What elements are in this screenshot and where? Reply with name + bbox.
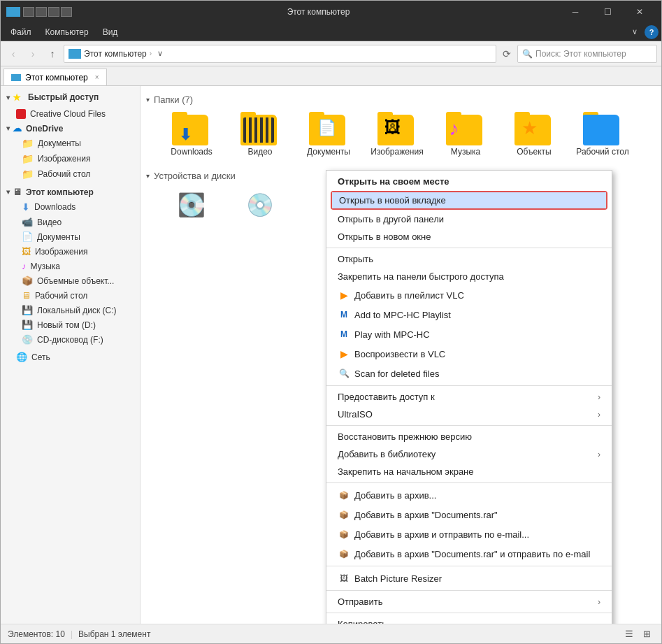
od-desktop-label: Рабочий стол <box>38 169 90 179</box>
ctx-restore-version-label: Восстановить прежнюю версию <box>338 431 600 442</box>
address-chevron[interactable]: ∨ <box>157 49 163 58</box>
sidebar-item-od-images[interactable]: 📁 Изображения <box>1 151 140 166</box>
maximize-button[interactable]: ☐ <box>591 1 624 23</box>
ctx-add-archive-email[interactable]: 📦 Добавить в архив и отправить по e-mail… <box>326 524 612 544</box>
ctx-vlc-playlist[interactable]: ▶ Добавить в плейлист VLC <box>326 285 612 305</box>
sidebar-header-onedrive[interactable]: ▾ ☁ OneDrive <box>1 121 140 136</box>
ctx-play-vlc[interactable]: ▶ Воспроизвести в VLC <box>326 344 612 364</box>
sidebar-item-drive-f[interactable]: 💿 CD-дисковод (F:) <box>1 332 140 347</box>
ctx-add-archive-docs-email[interactable]: 📦 Добавить в архив "Documents.rar" и отп… <box>326 544 612 564</box>
ctx-share[interactable]: Предоставить доступ к › <box>326 388 612 406</box>
downloads-label: Downloads <box>34 202 75 212</box>
ctrl-3 <box>48 7 59 17</box>
ctx-play-mpc[interactable]: M Play with MPC-HC <box>326 324 612 344</box>
mpc-icon: M <box>338 308 350 321</box>
ctx-open-here[interactable]: Открыть на своем месте <box>326 173 612 190</box>
sidebar-item-drive-d[interactable]: 💾 Новый том (D:) <box>1 317 140 332</box>
ctx-open-other-panel[interactable]: Открыть в другой панели <box>326 210 612 228</box>
ctx-mpc-playlist[interactable]: M Add to MPC-HC Playlist <box>326 305 612 324</box>
address-bar[interactable]: Этот компьютер › ∨ <box>64 45 496 63</box>
refresh-button[interactable]: ⟳ <box>499 46 515 62</box>
context-menu: Открыть на своем месте Открыть в новой в… <box>326 170 612 624</box>
folder-item-desktop[interactable]: Рабочий стол <box>571 109 634 159</box>
close-button[interactable]: ✕ <box>624 1 656 23</box>
folder-item-objects[interactable]: ★ Объекты <box>503 109 566 159</box>
ctx-ultraiso[interactable]: UltraISO › <box>326 406 612 423</box>
ctx-copy[interactable]: Копировать <box>326 615 612 624</box>
ctx-add-archive-docs[interactable]: 📦 Добавить в архив "Documents.rar" <box>326 505 612 524</box>
forward-button[interactable]: › <box>24 45 41 62</box>
sidebar-item-od-desktop[interactable]: 📁 Рабочий стол <box>1 166 140 182</box>
search-bar[interactable]: 🔍 Поиск: Этот компьютер <box>517 45 657 63</box>
minimize-button[interactable]: ─ <box>559 1 591 23</box>
sidebar: ▾ ★ Быстрый доступ Creative Cloud Files … <box>1 86 141 624</box>
folder-label-downloads: Downloads <box>171 147 212 157</box>
search-icon: 🔍 <box>522 49 533 59</box>
sidebar-item-creative-cloud[interactable]: Creative Cloud Files <box>1 107 140 121</box>
share-chevron-icon: › <box>598 392 600 402</box>
sidebar-item-desktop[interactable]: 🖥 Рабочий стол <box>1 288 140 303</box>
ctx-open[interactable]: Открыть <box>326 250 612 268</box>
ctx-batch-resizer[interactable]: 🖼 Batch Picture Resizer <box>326 568 612 588</box>
sidebar-item-network[interactable]: 🌐 Сеть <box>1 350 140 364</box>
back-button[interactable]: ‹ <box>5 45 22 62</box>
ctx-open-new-window-label: Открыть в новом окне <box>338 231 600 242</box>
menu-file[interactable]: Файл <box>3 25 38 39</box>
help-button[interactable]: ? <box>645 25 659 39</box>
ctx-scan-deleted[interactable]: 🔍 Scan for deleted files <box>326 364 612 383</box>
creative-cloud-label: Creative Cloud Files <box>30 109 106 119</box>
drive-f-icon: 💿 <box>22 334 33 345</box>
tab-close-button[interactable]: × <box>95 73 99 81</box>
folder-item-downloads[interactable]: ⬇ Downloads <box>160 109 223 159</box>
sidebar-header-this-pc[interactable]: ▾ 🖥 Этот компьютер <box>1 185 140 199</box>
sidebar-section-onedrive: ▾ ☁ OneDrive 📁 Документы 📁 Изображения 📁… <box>1 121 140 182</box>
ctx-add-library[interactable]: Добавить в библиотеку › <box>326 445 612 463</box>
sidebar-item-drive-c[interactable]: 💾 Локальный диск (C:) <box>1 303 140 317</box>
onedrive-label: OneDrive <box>26 124 63 134</box>
ctx-sep-3 <box>326 425 612 426</box>
sidebar-item-od-documents[interactable]: 📁 Документы <box>1 136 140 151</box>
view-tiles-button[interactable]: ⊞ <box>640 627 654 641</box>
ctx-open-other-panel-label: Открыть в другой панели <box>338 214 600 224</box>
menu-computer[interactable]: Компьютер <box>38 25 96 39</box>
ctx-restore-version[interactable]: Восстановить прежнюю версию <box>326 428 612 445</box>
vlc-play-icon: ▶ <box>338 348 350 360</box>
menu-bar: Файл Компьютер Вид ∨ ? <box>1 23 661 41</box>
device-usb[interactable]: 💽 <box>160 185 223 226</box>
ctx-open-new-window[interactable]: Открыть в новом окне <box>326 228 612 245</box>
folder-label-objects: Объекты <box>517 147 552 157</box>
ctx-send[interactable]: Отправить › <box>326 593 612 610</box>
ctx-sep-2 <box>326 385 612 386</box>
tab-this-pc[interactable]: Этот компьютер × <box>3 69 107 85</box>
folder-item-images[interactable]: 🖼 Изображения <box>366 109 429 159</box>
folder-item-video[interactable]: Видео <box>229 109 292 159</box>
up-button[interactable]: ↑ <box>44 45 61 62</box>
address-pc-icon <box>69 49 81 59</box>
folder-label-desktop: Рабочий стол <box>576 147 628 157</box>
view-details-button[interactable]: ☰ <box>621 627 637 641</box>
ctrl-2 <box>36 7 47 17</box>
ctx-add-archive[interactable]: 📦 Добавить в архив... <box>326 485 612 505</box>
video-folder-icon <box>240 112 280 145</box>
ctx-pin-quick[interactable]: Закрепить на панели быстрого доступа <box>326 268 612 285</box>
sidebar-item-images[interactable]: 🖼 Изображения <box>1 244 140 259</box>
sidebar-item-objects[interactable]: 📦 Объемные объект... <box>1 273 140 288</box>
ctx-open-new-tab[interactable]: Открыть в новой вкладке <box>332 192 606 208</box>
download-arrow-icon: ⬇ <box>179 126 192 144</box>
sidebar-item-music[interactable]: ♪ Музыка <box>1 259 140 273</box>
library-chevron-icon: › <box>598 450 600 459</box>
sidebar-header-quick-access[interactable]: ▾ ★ Быстрый доступ <box>1 90 140 104</box>
menu-view[interactable]: Вид <box>96 25 125 39</box>
folder-item-documents[interactable]: 📄 Документы <box>297 109 360 159</box>
folder-item-music[interactable]: ♪ Музыка <box>434 109 497 159</box>
sidebar-item-documents[interactable]: 📄 Документы <box>1 229 140 244</box>
rar-icon-2: 📦 <box>338 508 350 521</box>
folders-section-label: Папки (7) <box>154 94 193 105</box>
device-cd[interactable]: 💿 <box>229 185 292 226</box>
folders-section-header[interactable]: ▾ Папки (7) <box>146 92 656 109</box>
expand-icon[interactable]: ∨ <box>628 25 642 38</box>
sidebar-item-video[interactable]: 📹 Видео <box>1 215 140 229</box>
ctx-pin-start[interactable]: Закрепить на начальном экране <box>326 463 612 480</box>
sidebar-item-downloads[interactable]: ⬇ Downloads <box>1 199 140 215</box>
tab-bar: Этот компьютер × <box>1 66 661 86</box>
